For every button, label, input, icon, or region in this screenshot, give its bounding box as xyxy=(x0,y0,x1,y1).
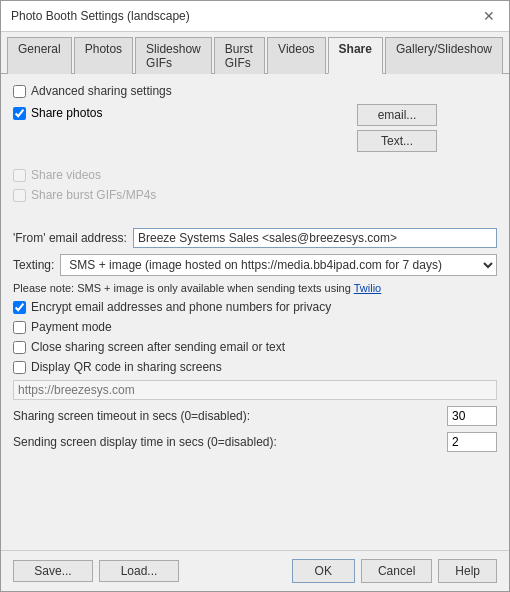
close-button[interactable]: ✕ xyxy=(479,7,499,25)
encrypt-label: Encrypt email addresses and phone number… xyxy=(31,300,331,314)
encrypt-row: Encrypt email addresses and phone number… xyxy=(13,300,497,314)
tab-photos[interactable]: Photos xyxy=(74,37,133,74)
texting-row: Texting: SMS + image (image hosted on ht… xyxy=(13,254,497,276)
url-input[interactable] xyxy=(13,380,497,400)
share-videos-label: Share videos xyxy=(31,168,101,182)
advanced-sharing-checkbox[interactable] xyxy=(13,85,26,98)
title-bar: Photo Booth Settings (landscape) ✕ xyxy=(1,1,509,32)
share-burst-checkbox[interactable] xyxy=(13,189,26,202)
close-sharing-label: Close sharing screen after sending email… xyxy=(31,340,285,354)
share-videos-checkbox[interactable] xyxy=(13,169,26,182)
main-content: Advanced sharing settings Share photos e… xyxy=(1,74,509,550)
payment-mode-label: Payment mode xyxy=(31,320,112,334)
payment-mode-checkbox[interactable] xyxy=(13,321,26,334)
tab-burst-gifs[interactable]: Burst GIFs xyxy=(214,37,265,74)
share-photos-checkbox[interactable] xyxy=(13,107,26,120)
tab-videos[interactable]: Videos xyxy=(267,37,325,74)
save-button[interactable]: Save... xyxy=(13,560,93,582)
close-sharing-row: Close sharing screen after sending email… xyxy=(13,340,497,354)
display-qr-checkbox[interactable] xyxy=(13,361,26,374)
share-photo-buttons: email... Text... xyxy=(357,104,437,152)
text-button[interactable]: Text... xyxy=(357,130,437,152)
tab-share[interactable]: Share xyxy=(328,37,383,74)
twilio-link[interactable]: Twilio xyxy=(354,282,382,294)
payment-mode-row: Payment mode xyxy=(13,320,497,334)
sending-timeout-label: Sending screen display time in secs (0=d… xyxy=(13,435,447,449)
display-qr-label: Display QR code in sharing screens xyxy=(31,360,222,374)
dialog: Photo Booth Settings (landscape) ✕ Gener… xyxy=(0,0,510,592)
sharing-timeout-input[interactable] xyxy=(447,406,497,426)
tab-general[interactable]: General xyxy=(7,37,72,74)
sending-timeout-input[interactable] xyxy=(447,432,497,452)
help-button[interactable]: Help xyxy=(438,559,497,583)
sharing-timeout-label: Sharing screen timeout in secs (0=disabl… xyxy=(13,409,447,423)
tab-bar: General Photos Slideshow GIFs Burst GIFs… xyxy=(1,32,509,74)
close-sharing-checkbox[interactable] xyxy=(13,341,26,354)
display-qr-row: Display QR code in sharing screens xyxy=(13,360,497,374)
share-photos-row: Share photos email... Text... xyxy=(13,104,497,152)
load-button[interactable]: Load... xyxy=(99,560,179,582)
texting-select[interactable]: SMS + image (image hosted on https://med… xyxy=(60,254,497,276)
note-prefix: Please note: SMS + image is only availab… xyxy=(13,282,354,294)
tab-slideshow-gifs[interactable]: Slideshow GIFs xyxy=(135,37,212,74)
advanced-sharing-row: Advanced sharing settings xyxy=(13,84,497,98)
from-email-row: 'From' email address: xyxy=(13,228,497,248)
share-videos-row: Share videos xyxy=(13,168,497,182)
encrypt-checkbox[interactable] xyxy=(13,301,26,314)
texting-label: Texting: xyxy=(13,258,54,272)
dialog-action-buttons: OK Cancel Help xyxy=(292,559,497,583)
twilio-note: Please note: SMS + image is only availab… xyxy=(13,282,497,294)
share-burst-label: Share burst GIFs/MP4s xyxy=(31,188,156,202)
from-email-label: 'From' email address: xyxy=(13,231,127,245)
bottom-buttons: Save... Load... OK Cancel Help xyxy=(1,550,509,591)
ok-button[interactable]: OK xyxy=(292,559,355,583)
email-button[interactable]: email... xyxy=(357,104,437,126)
tab-gallery-slideshow[interactable]: Gallery/Slideshow xyxy=(385,37,503,74)
cancel-button[interactable]: Cancel xyxy=(361,559,432,583)
share-photos-label: Share photos xyxy=(31,106,102,120)
dialog-title: Photo Booth Settings (landscape) xyxy=(11,9,190,23)
from-email-input[interactable] xyxy=(133,228,497,248)
share-burst-row: Share burst GIFs/MP4s xyxy=(13,188,497,202)
share-photos-check: Share photos xyxy=(13,106,102,120)
sending-timeout-row: Sending screen display time in secs (0=d… xyxy=(13,432,497,452)
sharing-timeout-row: Sharing screen timeout in secs (0=disabl… xyxy=(13,406,497,426)
advanced-sharing-label: Advanced sharing settings xyxy=(31,84,172,98)
